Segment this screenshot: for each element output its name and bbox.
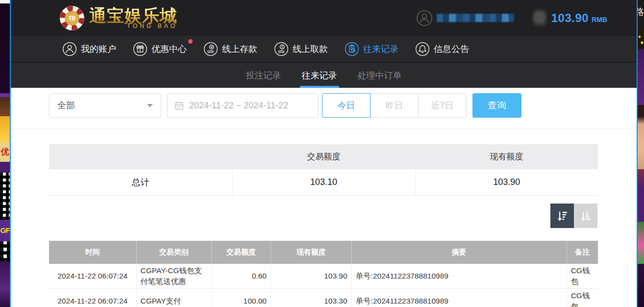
quick-range-group: 今日 昨日 近7日 [322, 93, 467, 118]
left-strip-qr-code [0, 173, 10, 220]
record-tabs: 投注记录 往来记录 处理中订单 [11, 62, 637, 88]
summary-header-trade: 交易额度 [232, 144, 415, 169]
cell-time: 2024-11-22 06:07:24 [49, 289, 136, 307]
cell-memo: 单号:202411223788810989 [351, 289, 567, 307]
main-navigation: 我的账户 优惠中心 [11, 36, 637, 62]
right-strip-purple [638, 49, 644, 105]
right-strip-game-art [638, 222, 644, 264]
user-icon [62, 42, 77, 56]
nav-item-transaction-records[interactable]: 往来记录 [345, 42, 398, 56]
tab-pending-orders[interactable]: 处理中订单 [357, 63, 403, 88]
brand-text: 通宝娱乐城 TONG BAO [89, 7, 177, 29]
type-select[interactable]: 全部 [49, 93, 161, 118]
quick-range-today[interactable]: 今日 [322, 93, 371, 118]
cell-trade-amount: 0.60 [212, 264, 271, 289]
sort-ascending-icon [579, 209, 593, 223]
cell-memo: 单号:202411223788810989 [351, 264, 567, 289]
main-panel: TB 通宝娱乐城 TONG BAO 103.90 RMB [11, 0, 637, 307]
col-header-note: 备注 [567, 241, 598, 264]
cell-time: 2024-11-22 06:07:24 [49, 264, 136, 289]
col-header-type: 交易类别 [136, 241, 211, 264]
cell-note: CG钱包 [567, 289, 598, 307]
nav-item-my-account[interactable]: 我的账户 [62, 42, 116, 56]
col-header-trade: 交易额度 [212, 241, 271, 264]
left-strip-image-fragment [0, 97, 10, 116]
balance-amount: 103.90 [551, 11, 589, 25]
sort-descending-icon [556, 209, 569, 223]
records-header-row: 时间 交易类别 交易额度 现有额度 摘要 备注 [49, 241, 598, 264]
top-header: TB 通宝娱乐城 TONG BAO 103.90 RMB [11, 0, 637, 36]
withdraw-icon: $ [274, 42, 289, 56]
notification-dot [188, 39, 193, 44]
calendar-icon [174, 101, 184, 111]
records-icon [345, 42, 359, 56]
date-range-input[interactable]: 2024-11-22 ~ 2024-11-22 [167, 93, 319, 118]
section-divider [11, 128, 637, 129]
summary-total-label: 总计 [49, 169, 232, 196]
nav-label: 我的账户 [81, 43, 116, 55]
summary-total-row: 总计 103.10 103.90 [49, 169, 598, 196]
nav-item-withdraw[interactable]: $ 线上取款 [274, 42, 328, 56]
right-strip-purple-2 [638, 189, 644, 222]
svg-text:TB: TB [69, 16, 75, 21]
table-row: 2024-11-22 06:07:24 CGPAY-CG钱包支付笔笔送优惠 0.… [49, 264, 598, 289]
summary-header-empty [49, 144, 232, 169]
search-button[interactable]: 查询 [472, 93, 521, 118]
nav-label: 线上取款 [293, 43, 328, 55]
right-strip-portrait-fragment [638, 105, 644, 169]
summary-table: 交易额度 现有额度 总计 103.10 103.90 [49, 144, 598, 196]
user-avatar-icon [416, 10, 433, 26]
right-strip-gold-fragment [638, 27, 644, 49]
tab-transaction-records[interactable]: 往来记录 [301, 63, 338, 88]
left-strip-purple-line [0, 93, 10, 97]
coin-icon-redacted [533, 10, 546, 26]
background-left-strip: 优 GF [0, 0, 11, 307]
left-strip-gold-fragment [0, 116, 10, 142]
cell-note: CG钱包 [567, 264, 598, 289]
bell-icon [415, 42, 430, 56]
quick-range-last7days[interactable]: 近7日 [418, 93, 467, 118]
records-table: 时间 交易类别 交易额度 现有额度 摘要 备注 2024-11-22 06:07… [49, 241, 598, 307]
content-area: 全部 2024-11-22 ~ 2024-11-22 今日 昨日 [11, 88, 637, 307]
page: 优 GF 路 TB 通宝娱乐城 [0, 0, 644, 307]
nav-item-deposit[interactable]: 线上存款 [203, 42, 257, 56]
left-strip-gf-text: GF [0, 220, 10, 241]
cell-current-amount: 103.30 [271, 289, 351, 307]
summary-total-current: 103.90 [415, 169, 598, 196]
right-strip-red-fragment [638, 169, 644, 189]
nav-label: 信息公告 [434, 43, 469, 55]
poker-chip-icon: TB [59, 5, 85, 31]
username-redacted[interactable] [437, 14, 514, 22]
nav-item-announcements[interactable]: 信息公告 [415, 42, 469, 56]
sort-descending-button[interactable] [550, 204, 574, 228]
nav-label: 线上存款 [222, 43, 257, 55]
brand-name-cn: 通宝娱乐城 [89, 7, 177, 25]
deposit-icon [203, 42, 218, 56]
table-row: 2024-11-22 06:07:24 CGPAY支付 100.00 103.3… [49, 289, 598, 307]
cell-type: CGPAY支付 [136, 289, 211, 307]
sort-controls [550, 204, 597, 228]
brand-name-latin: TONG BAO [89, 23, 177, 29]
cell-type: CGPAY-CG钱包支付笔笔送优惠 [136, 264, 211, 289]
left-strip-qr-code-2 [0, 241, 10, 261]
sort-ascending-button[interactable] [574, 204, 597, 228]
balance-currency: RMB [592, 13, 607, 24]
quick-range-yesterday[interactable]: 昨日 [370, 93, 419, 118]
date-range-value: 2024-11-22 ~ 2024-11-22 [189, 101, 288, 111]
left-strip-promo-text: 优 [0, 142, 10, 162]
col-header-memo: 摘要 [351, 241, 567, 264]
nav-label: 优惠中心 [151, 43, 187, 55]
nav-item-promotions[interactable]: 优惠中心 [133, 42, 187, 56]
tab-betting-records[interactable]: 投注记录 [245, 63, 282, 88]
account-area: 103.90 RMB [416, 0, 607, 36]
col-header-current: 现有额度 [271, 241, 351, 264]
col-header-time: 时间 [49, 241, 136, 264]
right-strip-purple-bottom [638, 264, 644, 307]
gift-icon [133, 42, 148, 56]
nav-label: 往来记录 [363, 43, 398, 55]
svg-text:$: $ [281, 45, 283, 49]
left-strip-purple-mid [0, 162, 10, 173]
site-logo[interactable]: TB 通宝娱乐城 TONG BAO [59, 5, 177, 31]
type-select-value: 全部 [57, 100, 75, 111]
cell-trade-amount: 100.00 [212, 289, 271, 307]
